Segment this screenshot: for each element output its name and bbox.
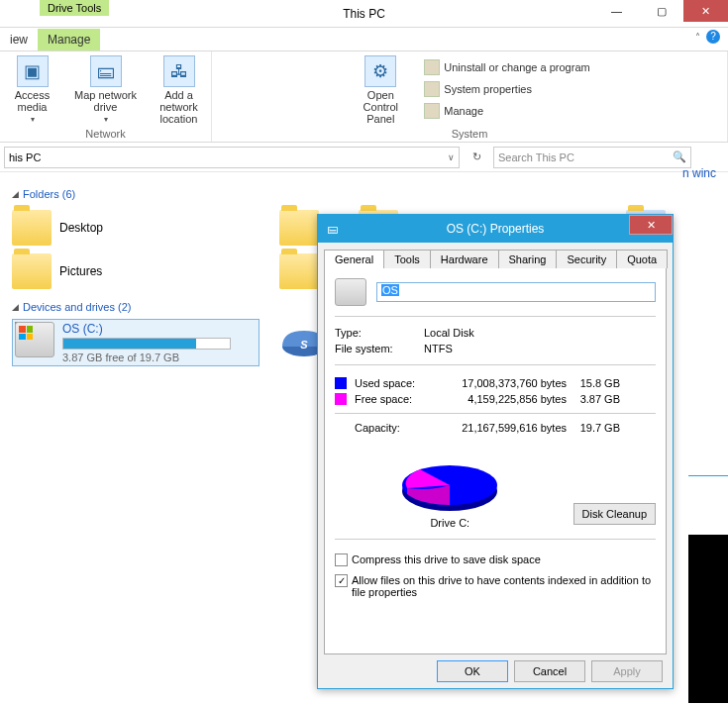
collapse-icon: ◢ (12, 302, 19, 312)
ribbon-collapse-icon[interactable]: ˄ (695, 32, 700, 43)
tab-general[interactable]: General (324, 250, 384, 268)
free-space-row: Free space: 4,159,225,856 bytes 3.87 GB (335, 393, 656, 405)
add-network-location-button[interactable]: 🖧 Add a network location (148, 55, 211, 125)
group-label-network: Network (85, 126, 125, 140)
folder-pictures[interactable]: Pictures (12, 250, 250, 293)
props-titlebar[interactable]: 🖴 OS (C:) Properties ✕ (318, 215, 673, 243)
minimize-button[interactable]: — (594, 0, 639, 22)
tab-tools[interactable]: Tools (383, 250, 431, 268)
drive-free-text: 3.87 GB free of 19.7 GB (62, 352, 257, 363)
props-close-button[interactable]: ✕ (629, 215, 673, 235)
drive-name: OS (C:) (62, 322, 257, 336)
type-label: Type: (335, 327, 424, 339)
drive-name-input[interactable]: OS (376, 282, 656, 302)
capacity-bar (62, 338, 231, 350)
ok-button[interactable]: OK (437, 660, 508, 682)
index-checkbox[interactable] (335, 574, 348, 587)
tab-sharing[interactable]: Sharing (498, 250, 558, 268)
map-network-drive-button[interactable]: 🖴 Map network drive▾ (74, 55, 138, 125)
main-titlebar: Drive Tools This PC — ▢ ✕ (0, 0, 728, 28)
folder-icon (12, 253, 52, 289)
cancel-button[interactable]: Cancel (514, 660, 585, 682)
network-drive-icon: 🖴 (90, 55, 122, 87)
props-title: OS (C:) Properties (318, 222, 673, 236)
system-properties-button[interactable]: System properties (424, 79, 589, 99)
uninstall-program-button[interactable]: Uninstall or change a program (424, 57, 589, 77)
capacity-row: Capacity: 21,167,599,616 bytes 19.7 GB (335, 422, 656, 434)
props-tabs: General Tools Hardware Sharing Security … (324, 249, 667, 267)
manage-icon (424, 103, 440, 119)
refresh-button[interactable]: ↻ (466, 147, 487, 168)
folders-header[interactable]: ◢ Folders (6) (12, 188, 716, 200)
index-checkbox-row[interactable]: Allow files on this drive to have conten… (335, 574, 656, 598)
drive-icon (335, 278, 366, 306)
uninstall-icon (424, 59, 440, 75)
collapse-icon: ◢ (12, 189, 19, 199)
media-icon: ▣ (17, 55, 49, 87)
folder-desktop[interactable]: Desktop (12, 206, 250, 250)
properties-dialog: 🖴 OS (C:) Properties ✕ General Tools Har… (317, 214, 674, 689)
disk-cleanup-button[interactable]: Disk Cleanup (573, 503, 656, 525)
svg-text:S: S (300, 339, 308, 351)
capacity-pie-chart (390, 455, 509, 515)
address-input[interactable]: his PC∨ (4, 147, 460, 168)
apply-button[interactable]: Apply (591, 660, 663, 682)
manage-button[interactable]: Manage (424, 101, 589, 121)
maximize-button[interactable]: ▢ (639, 0, 683, 22)
used-space-row: Used space: 17,008,373,760 bytes 15.8 GB (335, 377, 656, 389)
chevron-down-icon[interactable]: ∨ (448, 152, 455, 162)
ribbon-tabrow: iew Manage ˄ ? (0, 28, 728, 51)
drive-os-c[interactable]: ✓ OS (C:) 3.87 GB free of 19.7 GB (12, 319, 260, 366)
folder-icon (279, 210, 319, 246)
group-label-system: System (452, 126, 488, 140)
compress-checkbox-row[interactable]: Compress this drive to save disk space (335, 553, 656, 566)
close-button[interactable]: ✕ (683, 0, 728, 22)
network-location-icon: 🖧 (163, 55, 195, 87)
partial-black (688, 535, 728, 703)
folder-icon (12, 210, 52, 246)
system-props-icon (424, 81, 440, 97)
ribbon: ▣ Access media▾ 🖴 Map network drive▾ 🖧 A… (0, 51, 728, 143)
fs-label: File system: (335, 343, 424, 354)
tab-quota[interactable]: Quota (616, 250, 668, 268)
folder-icon (279, 253, 319, 289)
search-input[interactable]: Search This PC🔍 (493, 147, 691, 168)
partial-line (688, 475, 728, 476)
compress-checkbox[interactable] (335, 553, 348, 566)
partial-text: n winc (682, 166, 728, 180)
address-row: his PC∨ ↻ Search This PC🔍 (0, 143, 728, 172)
access-media-button[interactable]: ▣ Access media▾ (1, 55, 64, 125)
search-icon: 🔍 (673, 151, 686, 163)
tab-manage[interactable]: Manage (38, 29, 100, 50)
tab-view[interactable]: iew (0, 29, 38, 50)
used-swatch (335, 377, 347, 389)
tab-hardware[interactable]: Hardware (430, 250, 499, 268)
help-icon[interactable]: ? (706, 30, 720, 44)
control-panel-icon: ⚙ (364, 55, 396, 87)
type-value: Local Disk (424, 327, 656, 339)
pie-label: Drive C: (430, 517, 469, 529)
fs-value: NTFS (424, 343, 656, 354)
drive-icon (15, 322, 54, 357)
open-control-panel-button[interactable]: ⚙ Open Control Panel (349, 55, 412, 125)
tab-security[interactable]: Security (556, 250, 617, 268)
free-swatch (335, 393, 347, 405)
